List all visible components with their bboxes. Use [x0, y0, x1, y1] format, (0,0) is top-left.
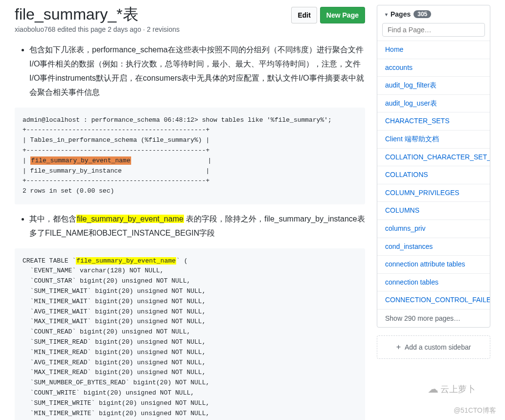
pages-count-badge: 305: [413, 10, 431, 18]
edit-button[interactable]: Edit: [291, 7, 317, 23]
page-subtitle: xiaoboluo768 edited this page 2 days ago…: [15, 25, 291, 33]
content-bullet-1: 包含如下几张表，performance_schema在这些表中按照不同的分组列（…: [29, 43, 365, 99]
sidebar-item-collation-charset-app[interactable]: COLLATION_CHARACTER_SET_APPLICABILITY: [377, 148, 490, 166]
show-more-pages[interactable]: Show 290 more pages…: [377, 309, 490, 327]
sidebar-item-client-help[interactable]: Client 端帮助文档: [377, 130, 490, 148]
code-block-2: CREATE TABLE `file_summary_by_event_name…: [15, 248, 365, 420]
sidebar-item-accounts[interactable]: accounts: [377, 59, 490, 77]
sidebar-item-column-privileges[interactable]: COLUMN_PRIVILEGES: [377, 184, 490, 202]
sidebar: ▾ Pages 305 Home accounts audit_log_filt…: [377, 5, 490, 420]
pages-list: Home accounts audit_log_filter表 audit_lo…: [377, 41, 490, 309]
highlight-yellow: file_summary_by_event_name: [76, 215, 184, 223]
sidebar-item-conn-control-failed[interactable]: CONNECTION_CONTROL_FAILED_LOGIN_ATTEMPTS: [377, 291, 490, 309]
sidebar-item-conn-attr-tables[interactable]: connection attribute tables: [377, 255, 490, 273]
highlight-yellow: file_summary_by_event_name: [76, 257, 176, 265]
sidebar-item-cond-instances[interactable]: cond_instances: [377, 238, 490, 256]
content-bullet-2: 其中，都包含file_summary_by_event_name 表的字段，除持…: [29, 212, 365, 241]
sidebar-item-collations[interactable]: COLLATIONS: [377, 166, 490, 184]
pages-header[interactable]: ▾ Pages 305: [377, 5, 490, 23]
plus-icon: +: [396, 343, 401, 352]
sidebar-item-audit-log-filter[interactable]: audit_log_filter表: [377, 76, 490, 94]
add-custom-sidebar[interactable]: + Add a custom sidebar: [377, 335, 490, 359]
new-page-button[interactable]: New Page: [320, 7, 365, 23]
sidebar-item-audit-log-user[interactable]: audit_log_user表: [377, 94, 490, 112]
page-header: file_summary_*表 xiaoboluo768 edited this…: [15, 5, 365, 33]
page-title: file_summary_*表: [15, 5, 291, 23]
add-sidebar-label: Add a custom sidebar: [405, 343, 471, 351]
sidebar-item-columns[interactable]: COLUMNS: [377, 201, 490, 220]
find-page-input[interactable]: [382, 23, 485, 37]
pages-box: ▾ Pages 305 Home accounts audit_log_filt…: [377, 5, 490, 328]
code-block-1: admin@localhost : performance_schema 06:…: [15, 108, 365, 204]
sidebar-item-conn-tables[interactable]: connection tables: [377, 273, 490, 291]
main-content: file_summary_*表 xiaoboluo768 edited this…: [15, 5, 377, 420]
sidebar-item-columns-priv[interactable]: columns_priv: [377, 220, 490, 238]
highlight-orange: file_summary_by_event_name: [30, 156, 132, 165]
sidebar-item-home[interactable]: Home: [377, 41, 490, 59]
sidebar-item-character-sets[interactable]: CHARACTER_SETS: [377, 112, 490, 130]
pages-label: Pages: [390, 10, 411, 18]
caret-down-icon: ▾: [385, 12, 388, 17]
